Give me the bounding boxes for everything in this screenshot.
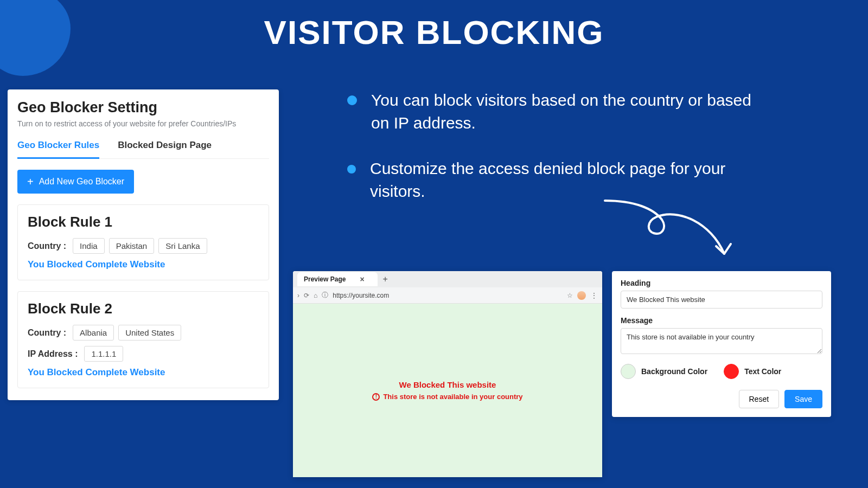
bullet-item: You can block visitors based on the coun… xyxy=(347,89,760,134)
url-text[interactable]: https://yoursite.com xyxy=(333,292,563,299)
country-chip[interactable]: United States xyxy=(118,325,181,341)
home-icon[interactable]: ⌂ xyxy=(314,292,317,299)
country-chip[interactable]: India xyxy=(73,238,105,254)
browser-tab[interactable]: Preview Page × xyxy=(297,272,378,286)
ip-label: IP Address : xyxy=(28,349,78,359)
preview-browser: Preview Page × + › ⟳ ⌂ ⓘ https://yoursit… xyxy=(293,271,602,477)
color-swatch-row: Background Color Text Color xyxy=(621,364,822,379)
rule-card: Block Rule 1 Country : India Pakistan Sr… xyxy=(17,204,269,280)
heading-label: Heading xyxy=(621,279,822,287)
plus-icon: + xyxy=(27,176,34,187)
reset-button[interactable]: Reset xyxy=(739,390,780,408)
rule-status: You Blocked Complete Website xyxy=(28,259,259,270)
alert-icon: ! xyxy=(372,393,380,401)
bg-color-swatch[interactable] xyxy=(621,364,636,379)
add-button-label: Add New Geo Blocker xyxy=(39,177,124,187)
browser-tabbar: Preview Page × + xyxy=(293,271,602,287)
geo-blocker-panel: Geo Blocker Setting Turn on to restrict … xyxy=(8,89,279,400)
browser-tab-title: Preview Page xyxy=(304,275,346,283)
country-chip[interactable]: Sri Lanka xyxy=(158,238,207,254)
rule-title: Block Rule 2 xyxy=(28,300,259,317)
rule-ip-row: IP Address : 1.1.1.1 xyxy=(28,346,259,362)
rule-status: You Blocked Complete Website xyxy=(28,367,259,378)
text-color-label: Text Color xyxy=(744,367,781,376)
country-label: Country : xyxy=(28,328,66,338)
preview-heading: We Blocked This website xyxy=(399,380,496,389)
panel-tabs: Geo Blocker Rules Blocked Design Page xyxy=(17,140,269,159)
rule-title: Block Rule 1 xyxy=(28,214,259,230)
info-icon[interactable]: ⓘ xyxy=(322,291,328,300)
rule-country-row: Country : Albania United States xyxy=(28,325,259,341)
preview-message: This store is not available in your coun… xyxy=(383,393,522,401)
country-chip[interactable]: Pakistan xyxy=(109,238,155,254)
preview-viewport: We Blocked This website ! This store is … xyxy=(293,304,602,477)
new-tab-icon[interactable]: + xyxy=(383,274,388,284)
profile-avatar[interactable] xyxy=(577,291,586,300)
arrow-icon xyxy=(602,190,743,271)
close-tab-icon[interactable]: × xyxy=(360,275,364,284)
save-button[interactable]: Save xyxy=(784,390,822,408)
nav-forward-icon[interactable]: › xyxy=(297,292,299,299)
message-textarea[interactable] xyxy=(621,328,822,354)
bookmark-icon[interactable]: ☆ xyxy=(567,292,573,299)
bullet-text: You can block visitors based on the coun… xyxy=(371,89,760,134)
bullet-dot-icon xyxy=(347,165,356,174)
bullet-dot-icon xyxy=(347,95,357,105)
reload-icon[interactable]: ⟳ xyxy=(304,292,309,299)
ip-chip[interactable]: 1.1.1.1 xyxy=(84,346,123,362)
rule-country-row: Country : India Pakistan Sri Lanka xyxy=(28,238,259,254)
add-geo-blocker-button[interactable]: + Add New Geo Blocker xyxy=(17,170,134,194)
panel-subtitle: Turn on to restrict access of your websi… xyxy=(17,119,269,128)
tab-rules[interactable]: Geo Blocker Rules xyxy=(17,140,99,159)
browser-address-bar: › ⟳ ⌂ ⓘ https://yoursite.com ☆ ⋮ xyxy=(293,287,602,304)
heading-input[interactable] xyxy=(621,291,822,309)
text-color-swatch[interactable] xyxy=(724,364,739,379)
editor-buttons: Reset Save xyxy=(621,390,822,408)
country-label: Country : xyxy=(28,241,66,251)
rule-card: Block Rule 2 Country : Albania United St… xyxy=(17,291,269,388)
block-page-editor: Heading Message Background Color Text Co… xyxy=(612,271,831,417)
bg-color-label: Background Color xyxy=(641,367,707,376)
banner-title: VISITOR BLOCKING xyxy=(0,13,868,52)
kebab-menu-icon[interactable]: ⋮ xyxy=(590,291,598,300)
preview-message-row: ! This store is not available in your co… xyxy=(372,393,522,401)
panel-title: Geo Blocker Setting xyxy=(17,99,269,116)
message-label: Message xyxy=(621,316,822,325)
country-chip[interactable]: Albania xyxy=(73,325,114,341)
tab-design[interactable]: Blocked Design Page xyxy=(118,140,212,158)
